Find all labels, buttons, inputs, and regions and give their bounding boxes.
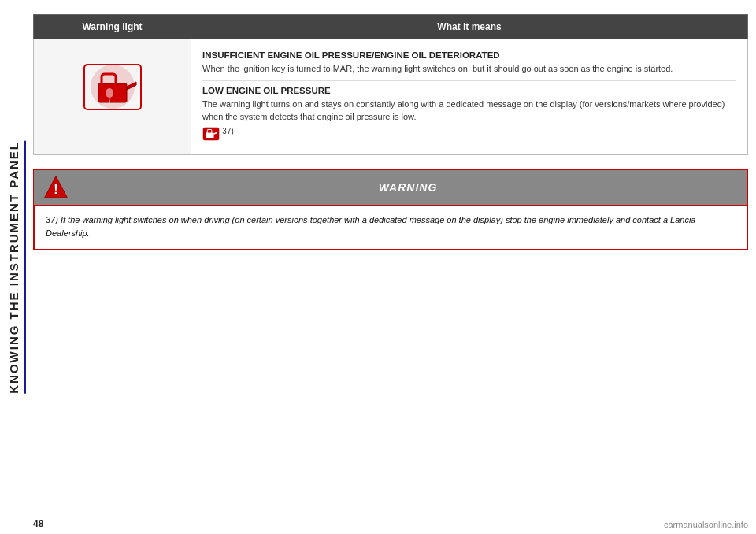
sidebar-label: KNOWING THE INSTRUMENT PANEL bbox=[7, 141, 26, 394]
warning-header: ! WARNING bbox=[34, 170, 747, 205]
section2-body: The warning light turns on and stays on … bbox=[202, 98, 736, 124]
watermark: carmanualsonline.info bbox=[664, 520, 748, 529]
warning-light-icon-cell bbox=[34, 39, 191, 155]
svg-text:!: ! bbox=[54, 183, 57, 196]
warning-body: 37) If the warning light switches on whe… bbox=[34, 205, 747, 250]
col-header-what-it-means: What it means bbox=[191, 15, 748, 39]
warning-body-text: 37) If the warning light switches on whe… bbox=[46, 215, 695, 239]
warning-title: WARNING bbox=[78, 181, 738, 194]
warning-content-cell: INSUFFICIENT ENGINE OIL PRESSURE/ENGINE … bbox=[191, 39, 748, 155]
svg-point-3 bbox=[106, 88, 113, 98]
section1-body: When the ignition key is turned to MAR, … bbox=[202, 62, 736, 76]
section-insufficient-oil: INSUFFICIENT ENGINE OIL PRESSURE/ENGINE … bbox=[202, 46, 736, 81]
col-header-warning-light: Warning light bbox=[34, 15, 191, 39]
section1-title: INSUFFICIENT ENGINE OIL PRESSURE/ENGINE … bbox=[202, 50, 736, 60]
page-number: 48 bbox=[33, 518, 43, 529]
warning-table: Warning light What it means bbox=[33, 14, 748, 155]
small-oil-icon-footnote: 37) bbox=[202, 127, 234, 143]
main-content: Warning light What it means bbox=[33, 14, 748, 510]
section2-title: Low engine oil pressure bbox=[202, 86, 736, 95]
footnote-number: 37) bbox=[222, 127, 233, 135]
warning-triangle-icon: ! bbox=[43, 175, 69, 200]
svg-rect-6 bbox=[206, 132, 214, 137]
sidebar: KNOWING THE INSTRUMENT PANEL bbox=[0, 0, 33, 534]
section-low-oil-pressure: Low engine oil pressure The warning ligh… bbox=[202, 81, 736, 148]
oil-can-icon-container bbox=[73, 55, 152, 118]
oil-can-icon bbox=[81, 61, 144, 113]
warning-box: ! WARNING 37) If the warning light switc… bbox=[33, 169, 748, 250]
